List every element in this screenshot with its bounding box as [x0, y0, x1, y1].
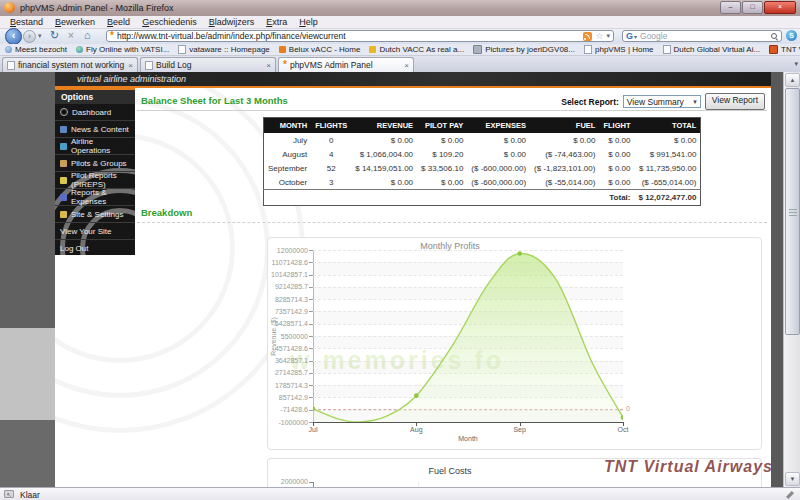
tab-phpvms-admin-panel[interactable]: *phpVMS Admin Panel× — [278, 57, 414, 72]
url-text[interactable]: http://www.tnt-virtual.be/admin/index.ph… — [117, 31, 582, 41]
status-bar: ↖ Klaar — [0, 487, 800, 500]
x-tick-label: Jul — [298, 426, 328, 433]
sidebar-item-label: News & Content — [71, 125, 129, 134]
menu-bestand[interactable]: Bestand — [4, 17, 49, 27]
gridline — [418, 482, 419, 487]
view-report-button[interactable]: View Report — [705, 93, 765, 110]
sidebar-item-reports-expenses[interactable]: Reports & Expenses — [55, 189, 135, 206]
minimize-button[interactable]: – — [720, 1, 741, 14]
sidebar-item-site-settings[interactable]: Site & Settings — [55, 206, 135, 223]
chart-title: Fuel Costs — [268, 466, 632, 476]
tab-close-icon[interactable]: × — [266, 61, 271, 70]
menu-bladwijzers[interactable]: Bladwijzers — [203, 17, 261, 27]
menu-extra[interactable]: Extra — [260, 17, 293, 27]
search-icon[interactable] — [771, 33, 778, 40]
page-icon — [584, 45, 592, 54]
firefox-icon — [4, 2, 15, 13]
url-bar[interactable]: * http://www.tnt-virtual.be/admin/index.… — [106, 30, 614, 42]
site-settings-icon — [60, 211, 67, 218]
maximize-button[interactable]: □ — [742, 1, 763, 14]
back-button[interactable]: ‹ — [5, 28, 22, 45]
sidebar-link-view-your-site[interactable]: View Your Site — [55, 223, 135, 240]
tab-financial-system-not-working[interactable]: financial system not working× — [2, 57, 138, 72]
column-header-flights: FLIGHTS — [311, 118, 351, 134]
dashboard-icon — [60, 108, 68, 116]
y-tick-label: 2000000 — [268, 478, 308, 485]
tab-build-log[interactable]: Build Log× — [140, 57, 276, 72]
sidebar-item-news-content[interactable]: News & Content — [55, 121, 135, 138]
divider — [137, 110, 767, 111]
x-axis-label: Month — [313, 435, 623, 442]
extension-icon[interactable]: S — [786, 30, 797, 41]
bookmark-vataware-homepage[interactable]: vataware :: Homepage — [178, 45, 270, 54]
history-dropdown-button[interactable]: ▾ — [38, 32, 42, 40]
monthly-profits-chart: w memories fo Monthly Profits Revenue ($… — [267, 237, 762, 450]
sidebar-item-pilots-groups[interactable]: Pilots & Groups — [55, 155, 135, 172]
bookmark-tnt-virtual-airways-fl[interactable]: TNT Virtual Airways [Fl... — [769, 45, 800, 54]
bookmark-phpvms-home[interactable]: phpVMS | Home — [584, 45, 654, 54]
tab-close-icon[interactable]: × — [128, 61, 133, 70]
tab-label: financial system not working — [18, 60, 125, 70]
sidebar-item-airline-operations[interactable]: Airline Operations — [55, 138, 135, 155]
bookmark-dutch-global-virtual-ai[interactable]: Dutch Global Virtual Ai... — [663, 45, 761, 54]
page-title: Balance Sheet for Last 3 Months — [141, 95, 288, 106]
sidebar-link-log-out[interactable]: Log Out — [55, 240, 135, 255]
rss-icon[interactable] — [583, 32, 592, 41]
bookmark-fly-online-with-vatsi[interactable]: Fly Online with VATSI... — [76, 45, 169, 54]
menu-bewerken[interactable]: Bewerken — [49, 17, 101, 27]
scrollbar-thumb[interactable] — [785, 88, 800, 335]
sidebar-item-label: Dashboard — [72, 108, 111, 117]
bookmark-label: Dutch Global Virtual Ai... — [674, 45, 761, 54]
sidebar-item-label: Airline Operations — [71, 137, 130, 155]
divider — [137, 222, 767, 223]
tnt-icon — [769, 45, 778, 54]
y-tick-label: 857142.9 — [268, 394, 308, 401]
data-point — [414, 393, 419, 398]
home-button[interactable]: ⌂ — [84, 29, 91, 41]
profit-curve — [313, 250, 623, 422]
vertical-scrollbar[interactable]: ▲ ▼ — [783, 72, 800, 487]
site-tagline: virtual airline administration — [77, 74, 186, 84]
page-background-left — [0, 420, 55, 487]
search-engine-dropdown[interactable]: ▾ — [634, 33, 637, 40]
status-icon: ↖ — [4, 490, 14, 498]
bookmark-belux-vacc-home[interactable]: Belux vACC - Home — [279, 45, 361, 54]
select-report-label: Select Report: — [561, 97, 619, 107]
column-header-pilot-pay: PILOT PAY — [417, 118, 467, 134]
bookmark-meest-bezocht[interactable]: Meest bezocht — [5, 45, 67, 54]
close-button[interactable]: × — [764, 1, 796, 14]
scroll-down-button[interactable]: ▼ — [785, 472, 800, 486]
report-select[interactable]: View Summary ▾ — [623, 95, 701, 108]
list-all-tabs-button[interactable]: ▾ — [794, 60, 798, 68]
pencil-icon[interactable] — [786, 491, 794, 499]
bookmark-label: Belux vACC - Home — [289, 45, 361, 54]
page-content: Options DashboardNews & ContentAirline O… — [55, 88, 771, 487]
forward-button[interactable]: › — [23, 30, 36, 43]
bookmark-dutch-vacc-as-real-a[interactable]: Dutch VACC As real a... — [369, 45, 464, 54]
page-icon — [7, 61, 15, 70]
sidebar-item-label: Site & Settings — [71, 210, 123, 219]
column-header-month: MONTH — [264, 118, 312, 134]
reports-expenses-icon — [60, 194, 67, 201]
stop-button[interactable]: × — [68, 30, 74, 41]
menu-beeld[interactable]: Beeld — [101, 17, 136, 27]
refresh-button[interactable]: ↻ — [50, 29, 59, 42]
sidebar-item-dashboard[interactable]: Dashboard — [55, 104, 135, 121]
sidebar-item-pilot-reports-pireps[interactable]: Pilot Reports (PIREPS) — [55, 172, 135, 189]
tab-label: Build Log — [156, 60, 263, 70]
search-input[interactable]: G ▾ Google — [622, 30, 782, 42]
page-icon — [145, 61, 153, 70]
site-header: virtual airline administration — [55, 72, 771, 86]
scroll-up-button[interactable]: ▲ — [785, 73, 800, 87]
bookmark-label: Pictures by joeriDGV08... — [485, 45, 575, 54]
page-background-left — [0, 72, 55, 328]
menu-geschiedenis[interactable]: Geschiedenis — [136, 17, 203, 27]
column-header-expenses: EXPENSES — [467, 118, 530, 134]
column-header-revenue: REVENUE — [351, 118, 417, 134]
tab-close-icon[interactable]: × — [404, 61, 409, 70]
bookmark-star-icon[interactable]: ☆ — [595, 32, 603, 41]
url-dropdown-icon[interactable]: ▾ — [606, 32, 610, 40]
menu-help[interactable]: Help — [293, 17, 324, 27]
bookmark-pictures-by-joeridgv08[interactable]: Pictures by joeriDGV08... — [473, 45, 575, 54]
y-axis-line — [313, 482, 314, 487]
